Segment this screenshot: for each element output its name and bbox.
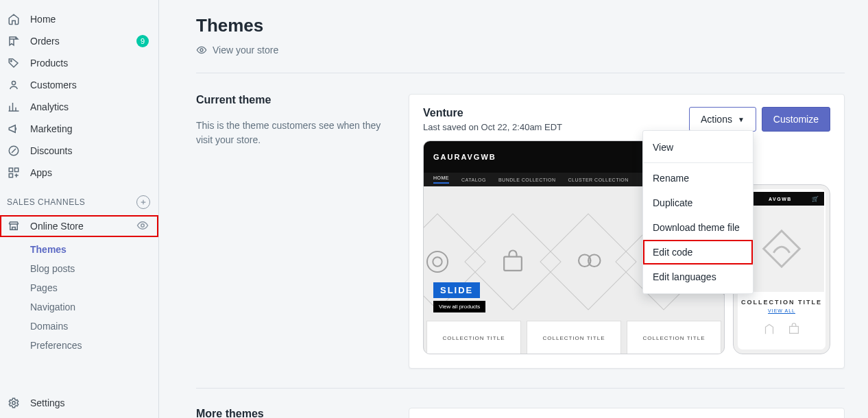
nav-label: Analytics bbox=[30, 101, 149, 112]
tag-icon bbox=[7, 56, 21, 70]
eye-icon bbox=[196, 45, 207, 56]
more-themes-section: More themes Theme name Last saved bbox=[196, 408, 845, 418]
subnav-domains[interactable]: Domains bbox=[0, 317, 158, 336]
customize-button[interactable]: Customize bbox=[762, 107, 830, 132]
nav-customers[interactable]: Customers bbox=[0, 74, 158, 96]
nav-label: Orders bbox=[30, 36, 136, 47]
mobile-view-all: VIEW ALL bbox=[734, 308, 830, 313]
menu-separator bbox=[643, 162, 753, 163]
view-all-badge: View all products bbox=[433, 301, 485, 312]
current-theme-section: Current theme This is the theme customer… bbox=[196, 94, 845, 369]
actions-menu: View Rename Duplicate Download theme fil… bbox=[642, 130, 754, 294]
eye-icon[interactable] bbox=[136, 219, 149, 234]
home-icon bbox=[7, 12, 21, 26]
nav-analytics[interactable]: Analytics bbox=[0, 96, 158, 118]
action-duplicate[interactable]: Duplicate bbox=[643, 190, 753, 215]
slide-badge: SLIDE bbox=[433, 282, 480, 298]
subnav-pages[interactable]: Pages bbox=[0, 278, 158, 297]
more-themes-heading: More themes bbox=[196, 408, 409, 418]
nav-online-store[interactable]: Online Store bbox=[0, 215, 158, 237]
svg-marker-14 bbox=[764, 231, 800, 267]
person-icon bbox=[7, 78, 21, 92]
svg-rect-3 bbox=[9, 168, 12, 171]
action-edit-code[interactable]: Edit code bbox=[643, 240, 753, 265]
customize-label: Customize bbox=[773, 114, 819, 125]
nav-home[interactable]: Home bbox=[0, 8, 158, 30]
divider bbox=[196, 73, 845, 73]
discount-icon bbox=[7, 144, 21, 158]
page-title: Themes bbox=[196, 15, 845, 36]
svg-point-0 bbox=[10, 60, 12, 62]
nav-marketing[interactable]: Marketing bbox=[0, 118, 158, 140]
nav-label: Online Store bbox=[30, 221, 136, 232]
svg-point-1 bbox=[12, 81, 15, 84]
action-download[interactable]: Download theme file bbox=[643, 215, 753, 240]
theme-last-saved: Last saved on Oct 22, 2:40am EDT bbox=[423, 122, 562, 132]
online-store-subnav: Themes Blog posts Pages Navigation Domai… bbox=[0, 240, 158, 355]
actions-label: Actions bbox=[701, 114, 732, 125]
main-content: Themes View your store Current theme Thi… bbox=[159, 0, 868, 418]
action-rename[interactable]: Rename bbox=[643, 166, 753, 190]
svg-rect-4 bbox=[15, 168, 19, 171]
view-store-link[interactable]: View your store bbox=[196, 45, 278, 56]
action-edit-languages[interactable]: Edit languages bbox=[643, 265, 753, 289]
storefront-icon bbox=[7, 219, 21, 233]
action-view[interactable]: View bbox=[643, 135, 753, 160]
nav-label: Apps bbox=[30, 167, 149, 178]
svg-rect-11 bbox=[504, 257, 522, 271]
megaphone-icon bbox=[7, 122, 21, 136]
svg-rect-15 bbox=[790, 326, 799, 333]
svg-point-10 bbox=[433, 257, 442, 266]
nav-label: Discounts bbox=[30, 145, 149, 156]
divider bbox=[196, 388, 845, 389]
nav-label: Products bbox=[30, 58, 149, 69]
actions-button[interactable]: Actions ▼ bbox=[689, 107, 756, 132]
nav-label: Home bbox=[30, 14, 149, 25]
orders-badge: 9 bbox=[136, 35, 149, 47]
cart-icon: 🛒 bbox=[812, 196, 819, 202]
subnav-navigation[interactable]: Navigation bbox=[0, 297, 158, 317]
svg-point-8 bbox=[200, 49, 203, 51]
svg-rect-5 bbox=[9, 174, 12, 177]
current-theme-card: Venture Last saved on Oct 22, 2:40am EDT… bbox=[409, 94, 845, 369]
subnav-preferences[interactable]: Preferences bbox=[0, 336, 158, 355]
collection-card: COLLECTION TITLE bbox=[527, 321, 621, 354]
nav-orders[interactable]: Orders 9 bbox=[0, 30, 158, 52]
apps-icon bbox=[7, 166, 21, 180]
theme-name: Venture bbox=[423, 107, 562, 119]
nav-label: Marketing bbox=[30, 123, 149, 134]
sidebar: Home Orders 9 Products Customers Analy bbox=[0, 0, 159, 418]
orders-icon bbox=[7, 34, 21, 48]
nav-label: Settings bbox=[30, 397, 149, 408]
view-store-label: View your store bbox=[213, 45, 278, 56]
gear-icon bbox=[7, 396, 21, 410]
nav-products[interactable]: Products bbox=[0, 52, 158, 74]
svg-point-7 bbox=[12, 402, 16, 405]
theme-preview: GAURAVGWB HOME CATALOG BUNDLE COLLECTION… bbox=[409, 140, 844, 368]
nav-discounts[interactable]: Discounts bbox=[0, 140, 158, 162]
caret-down-icon: ▼ bbox=[738, 116, 745, 123]
add-channel-button[interactable] bbox=[136, 195, 150, 209]
nav-apps[interactable]: Apps bbox=[0, 162, 158, 184]
subnav-themes[interactable]: Themes bbox=[0, 240, 158, 259]
collection-card: COLLECTION TITLE bbox=[426, 321, 521, 354]
sales-channels-label: SALES CHANNELS bbox=[7, 197, 85, 207]
nav-settings[interactable]: Settings bbox=[0, 392, 158, 414]
sales-channels-header: SALES CHANNELS bbox=[0, 192, 158, 212]
nav-label: Customers bbox=[30, 79, 149, 90]
preview-brand: GAURAVGWB bbox=[433, 153, 496, 161]
themes-table: Theme name Last saved bbox=[409, 408, 845, 418]
bar-chart-icon bbox=[7, 100, 21, 114]
svg-point-9 bbox=[427, 251, 448, 272]
collection-card: COLLECTION TITLE bbox=[627, 321, 721, 354]
subnav-blog-posts[interactable]: Blog posts bbox=[0, 259, 158, 278]
section-description: This is the theme customers see when the… bbox=[196, 119, 395, 147]
mobile-collection-title: COLLECTION TITLE bbox=[734, 299, 830, 306]
section-heading: Current theme bbox=[196, 94, 395, 106]
svg-point-6 bbox=[141, 223, 145, 227]
